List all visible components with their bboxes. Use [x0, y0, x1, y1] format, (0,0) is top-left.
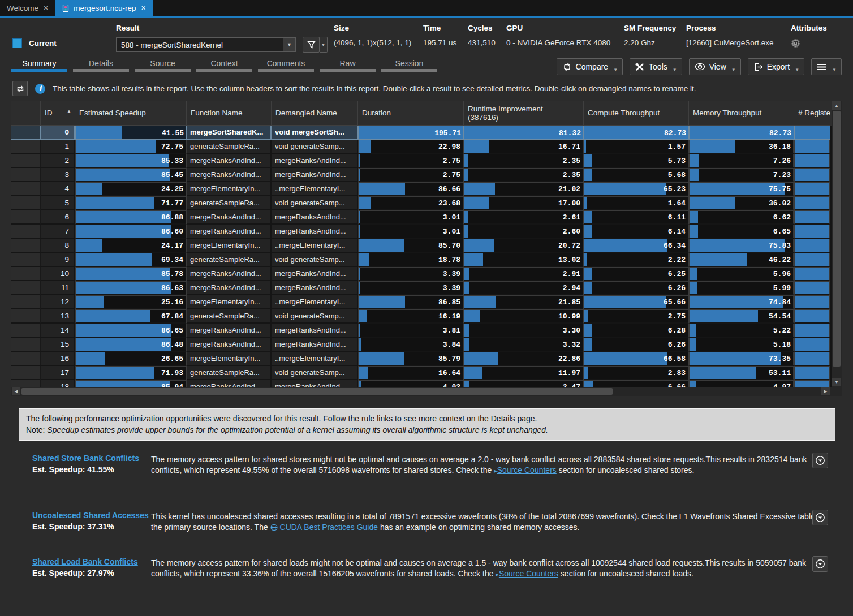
tab-context[interactable]: Context [196, 59, 252, 72]
cell-compute[interactable]: 2.75 [584, 309, 689, 324]
cell-runtime[interactable]: 2.61 [464, 210, 584, 225]
cell-compute[interactable]: 1.64 [584, 196, 689, 210]
cell-runtime[interactable]: 2.60 [464, 225, 584, 239]
table-row[interactable]: 1186.63mergeRanksAndInd...mergeRanksAndI… [11, 281, 832, 295]
cell-compute[interactable]: 65.23 [584, 182, 689, 196]
cell-runtime[interactable]: 3.30 [464, 324, 584, 338]
filter-button[interactable] [303, 37, 320, 53]
cell-compute[interactable]: 5.73 [584, 154, 689, 168]
cell-memory[interactable]: 7.26 [689, 154, 794, 168]
table-row[interactable]: 571.77generateSampleRa...void generateSa… [11, 196, 832, 210]
cell-function-name[interactable]: mergeRanksAndInd... [187, 225, 272, 239]
row-handle[interactable] [11, 182, 41, 196]
cell-memory[interactable]: 75.83 [689, 239, 794, 253]
cell-speedup[interactable]: 85.33 [75, 154, 187, 168]
view-button[interactable]: View▼ [689, 58, 741, 75]
cell-compute[interactable]: 5.68 [584, 168, 689, 182]
cell-compute[interactable]: 6.28 [584, 324, 689, 338]
cell-function-name[interactable]: generateSampleRa... [187, 253, 272, 267]
cell-runtime[interactable]: 3.32 [464, 338, 584, 352]
cell-id[interactable]: 3 [41, 168, 75, 182]
cell-duration[interactable]: 16.19 [358, 309, 464, 324]
tools-button[interactable]: Tools▼ [630, 58, 682, 75]
cell-runtime[interactable]: 81.32 [464, 126, 584, 140]
cell-memory[interactable]: 36.18 [689, 140, 794, 154]
cell-demangled-name[interactable]: ..mergeElementaryI... [272, 182, 358, 196]
cell-id[interactable]: 4 [41, 182, 75, 196]
cell-duration[interactable]: 195.71 [358, 126, 464, 140]
cell-registers[interactable] [794, 309, 830, 324]
inline-link[interactable]: Source Counters [497, 466, 557, 475]
cell-demangled-name[interactable]: mergeRanksAndInd... [272, 281, 358, 295]
cell-demangled-name[interactable]: ..mergeElementaryI... [272, 239, 358, 253]
cell-id[interactable]: 9 [41, 253, 75, 267]
cell-memory[interactable]: 7.23 [689, 168, 794, 182]
cell-registers[interactable] [794, 239, 830, 253]
cell-speedup[interactable]: 86.60 [75, 225, 187, 239]
row-handle[interactable] [11, 253, 41, 267]
cell-function-name[interactable]: mergeRanksAndInd... [187, 338, 272, 352]
column-header-row-handle[interactable] [11, 101, 41, 126]
cell-runtime[interactable]: 20.72 [464, 239, 584, 253]
cell-function-name[interactable]: generateSampleRa... [187, 366, 272, 380]
row-handle[interactable] [11, 168, 41, 182]
cell-speedup[interactable]: 86.63 [75, 281, 187, 295]
cell-compute[interactable]: 2.83 [584, 366, 689, 380]
cell-registers[interactable] [794, 225, 830, 239]
cell-runtime[interactable]: 2.35 [464, 168, 584, 182]
doc-tab-mergesort-ncu-rep[interactable]: mergesort.ncu-rep× [55, 0, 152, 16]
cell-function-name[interactable]: mergeRanksAndInd... [187, 380, 272, 387]
column-header-compute-throughput[interactable]: Compute Throughput [584, 101, 689, 126]
table-row[interactable]: 1486.65mergeRanksAndInd...mergeRanksAndI… [11, 324, 832, 338]
cell-id[interactable]: 7 [41, 225, 75, 239]
horizontal-scroll-thumb[interactable] [21, 388, 613, 395]
tab-source[interactable]: Source [135, 59, 191, 72]
cell-compute[interactable]: 66.58 [584, 352, 689, 366]
row-handle[interactable] [11, 140, 41, 154]
cell-memory[interactable]: 6.62 [689, 210, 794, 225]
cell-registers[interactable] [794, 295, 830, 309]
table-row[interactable]: 1367.84generateSampleRa...void generateS… [11, 309, 832, 324]
cell-duration[interactable]: 85.70 [358, 239, 464, 253]
cell-duration[interactable]: 3.39 [358, 281, 464, 295]
table-row[interactable]: 385.45mergeRanksAndInd...mergeRanksAndIn… [11, 168, 832, 182]
row-handle[interactable] [11, 338, 41, 352]
cell-duration[interactable]: 86.66 [358, 182, 464, 196]
cell-runtime[interactable]: 16.71 [464, 140, 584, 154]
cell-speedup[interactable]: 86.88 [75, 210, 187, 225]
row-handle[interactable] [11, 196, 41, 210]
row-handle[interactable] [11, 225, 41, 239]
column-header-runtime-improvement[interactable]: Runtime Improvement(387616) [464, 101, 584, 126]
cell-registers[interactable] [794, 324, 830, 338]
cell-memory[interactable]: 82.73 [689, 126, 794, 140]
cell-id[interactable]: 10 [41, 267, 75, 281]
cell-function-name[interactable]: mergeRanksAndInd... [187, 168, 272, 182]
cell-compute[interactable]: 6.25 [584, 267, 689, 281]
cell-duration[interactable]: 23.68 [358, 196, 464, 210]
cell-memory[interactable]: 73.35 [689, 352, 794, 366]
table-row[interactable]: 424.25mergeElementaryIn.....mergeElement… [11, 182, 832, 196]
inline-link[interactable]: CUDA Best Practices Guide [280, 523, 378, 532]
cell-speedup[interactable]: 71.77 [75, 196, 187, 210]
tab-summary[interactable]: Summary [11, 59, 67, 72]
table-row[interactable]: 1225.16mergeElementaryIn.....mergeElemen… [11, 295, 832, 309]
cell-id[interactable]: 17 [41, 366, 75, 380]
cell-duration[interactable]: 86.85 [358, 295, 464, 309]
cell-registers[interactable] [794, 168, 830, 182]
row-handle[interactable] [11, 366, 41, 380]
cell-runtime[interactable]: 21.85 [464, 295, 584, 309]
cell-registers[interactable] [794, 366, 830, 380]
cell-memory[interactable]: 53.11 [689, 366, 794, 380]
row-handle[interactable] [11, 309, 41, 324]
cell-speedup[interactable]: 67.84 [75, 309, 187, 324]
cell-memory[interactable]: 4.97 [689, 380, 794, 387]
cell-id[interactable]: 16 [41, 352, 75, 366]
cell-id[interactable]: 1 [41, 140, 75, 154]
doc-tab-welcome[interactable]: Welcome× [0, 0, 55, 16]
cell-demangled-name[interactable]: void generateSamp... [272, 140, 358, 154]
cell-memory[interactable]: 6.65 [689, 225, 794, 239]
cell-function-name[interactable]: mergeElementaryIn... [187, 295, 272, 309]
table-row[interactable]: 786.60mergeRanksAndInd...mergeRanksAndIn… [11, 225, 832, 239]
cell-function-name[interactable]: generateSampleRa... [187, 196, 272, 210]
chevron-down-icon[interactable]: ▼ [283, 38, 295, 51]
